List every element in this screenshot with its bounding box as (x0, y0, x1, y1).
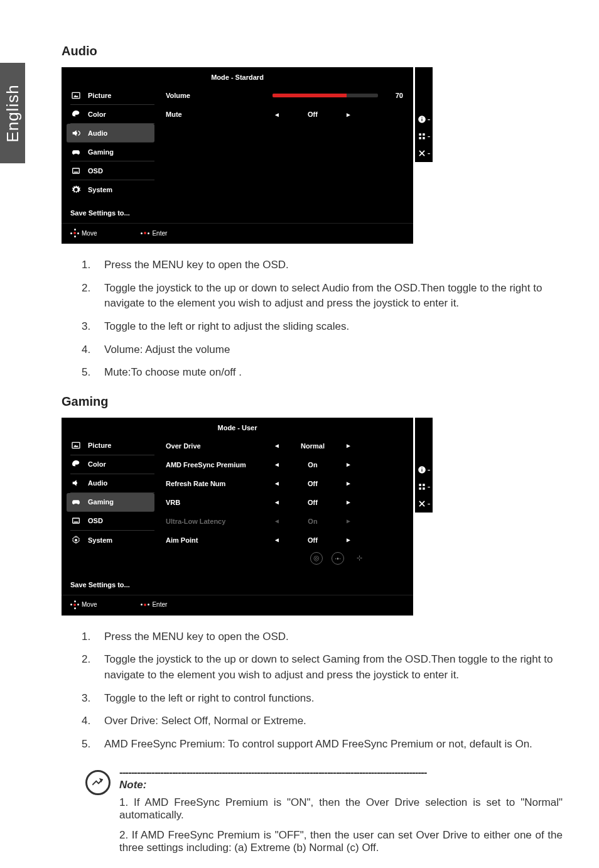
right-arrow-icon[interactable]: ► (344, 499, 353, 506)
svg-rect-0 (72, 92, 80, 98)
volume-label: Volume (166, 92, 266, 99)
left-arrow-icon[interactable]: ◄ (273, 111, 281, 118)
svg-rect-3 (74, 171, 78, 172)
left-arrow-icon[interactable]: ◄ (273, 536, 281, 543)
right-arrow-icon[interactable]: ► (344, 442, 353, 449)
note-p2: 2. If AMD FreeSync Premium is "OFF", the… (119, 829, 563, 854)
grid-button[interactable]: - (415, 479, 433, 495)
step: Mute:To choose mute on/off . (82, 365, 563, 381)
row-mute[interactable]: Mute ◄ Off ► (166, 105, 403, 124)
menu-audio[interactable]: Audio (67, 124, 154, 143)
audio-steps: Press the MENU key to open the OSD. Togg… (82, 258, 563, 381)
right-arrow-icon[interactable]: ► (344, 480, 353, 487)
row-volume[interactable]: Volume 70 (166, 86, 403, 105)
gaming-steps: Press the MENU key to open the OSD. Togg… (82, 629, 563, 752)
gaming-icon (70, 496, 82, 507)
osd-icon (70, 515, 82, 526)
info-button[interactable]: - (415, 462, 433, 478)
aim-icon-1: ◎ (310, 552, 323, 565)
gaming-heading: Gaming (62, 394, 563, 409)
gaming-icon (70, 146, 82, 158)
svg-rect-8 (423, 133, 425, 136)
note-p1: 1. If AMD FreeSync Premium is "ON", then… (119, 796, 563, 822)
step: Toggle the joystick to the up or down to… (82, 652, 563, 683)
menu-color[interactable]: Color (70, 455, 154, 474)
osd-footer: Move Enter (62, 223, 413, 244)
row-aimpoint[interactable]: Aim Point ◄ Off ► (166, 531, 403, 550)
note-title: Note: (119, 779, 563, 791)
svg-rect-10 (423, 137, 425, 139)
mute-value: Off (288, 111, 338, 118)
close-button[interactable]: - (415, 496, 433, 512)
mute-label: Mute (166, 111, 266, 118)
step: Toggle the joystick to the up or down to… (82, 281, 563, 312)
menu-system[interactable]: System (70, 531, 154, 550)
save-settings[interactable]: Save Settings to... (62, 204, 413, 223)
language-label: English (3, 84, 23, 142)
osd-mode-label: Mode - Stardard (62, 67, 413, 86)
row-overdrive[interactable]: Over Drive ◄ Normal ► (166, 437, 403, 455)
svg-rect-20 (421, 467, 422, 468)
note-icon (85, 770, 111, 795)
row-freesync[interactable]: AMD FreeSync Premium ◄ On ► (166, 455, 403, 474)
audio-icon (70, 477, 82, 489)
color-icon (70, 458, 82, 470)
left-arrow-icon[interactable]: ◄ (273, 442, 281, 449)
left-arrow-icon[interactable]: ◄ (273, 480, 281, 487)
system-icon (70, 184, 82, 195)
menu-gaming[interactable]: Gaming (70, 143, 154, 161)
right-arrow-icon[interactable]: ► (344, 461, 353, 468)
right-arrow-icon[interactable]: ► (344, 536, 353, 543)
color-icon (70, 109, 82, 120)
note-block: ----------------------------------------… (85, 766, 563, 862)
menu-picture[interactable]: Picture (70, 86, 154, 105)
menu-picture[interactable]: Picture (70, 437, 154, 455)
row-refresh[interactable]: Refresh Rate Num ◄ Off ► (166, 474, 403, 493)
row-vrb[interactable]: VRB ◄ Off ► (166, 493, 403, 512)
save-settings[interactable]: Save Settings to... (62, 576, 413, 595)
joystick-enter-hint: Enter (141, 229, 167, 237)
osd-mode-label: Mode - User (62, 418, 413, 437)
svg-rect-19 (421, 469, 422, 472)
system-icon (70, 534, 82, 546)
svg-point-17 (75, 539, 77, 541)
picture-icon (70, 90, 82, 101)
close-button[interactable]: - (415, 145, 433, 161)
step: Press the MENU key to open the OSD. (82, 629, 563, 645)
grid-button[interactable]: - (415, 128, 433, 144)
step: Press the MENU key to open the OSD. (82, 258, 563, 273)
menu-osd[interactable]: OSD (70, 512, 154, 531)
svg-rect-5 (421, 119, 422, 121)
menu-system[interactable]: System (70, 180, 154, 199)
info-button[interactable]: - (415, 111, 433, 127)
right-arrow-icon[interactable]: ► (344, 111, 353, 118)
volume-value: 70 (384, 92, 403, 99)
svg-rect-21 (419, 484, 421, 486)
osd-icon (70, 165, 82, 176)
audio-icon (70, 127, 82, 139)
menu-color[interactable]: Color (70, 105, 154, 124)
menu-audio[interactable]: Audio (70, 474, 154, 493)
svg-rect-13 (72, 443, 80, 448)
svg-rect-6 (421, 117, 422, 118)
step: AMD FreeSync Premium: To control support… (82, 737, 563, 752)
step: Toggle to the left or right to control f… (82, 691, 563, 707)
menu-osd[interactable]: OSD (70, 161, 154, 180)
step: Volume: Adjust the volume (82, 342, 563, 358)
svg-rect-16 (74, 522, 78, 523)
audio-osd: Mode - Stardard Picture Color Audio Gami… (62, 67, 563, 244)
audio-heading: Audio (62, 44, 563, 58)
svg-rect-23 (419, 487, 421, 490)
gaming-osd: Mode - User Picture Color Audio Gaming O… (62, 418, 563, 616)
left-arrow-icon[interactable]: ◄ (273, 499, 281, 506)
aimpoint-icons: ◎ ·•· ⊹ (166, 550, 403, 571)
osd-sidebar-buttons: - - - (415, 67, 433, 162)
step: Toggle to the left or right to adjust th… (82, 319, 563, 335)
joystick-move-hint: Move (70, 600, 97, 609)
left-arrow-icon: ◄ (273, 518, 281, 524)
joystick-enter-hint: Enter (141, 600, 167, 609)
language-tab: English (0, 63, 25, 163)
picture-icon (70, 440, 82, 451)
left-arrow-icon[interactable]: ◄ (273, 461, 281, 468)
menu-gaming[interactable]: Gaming (67, 493, 154, 512)
